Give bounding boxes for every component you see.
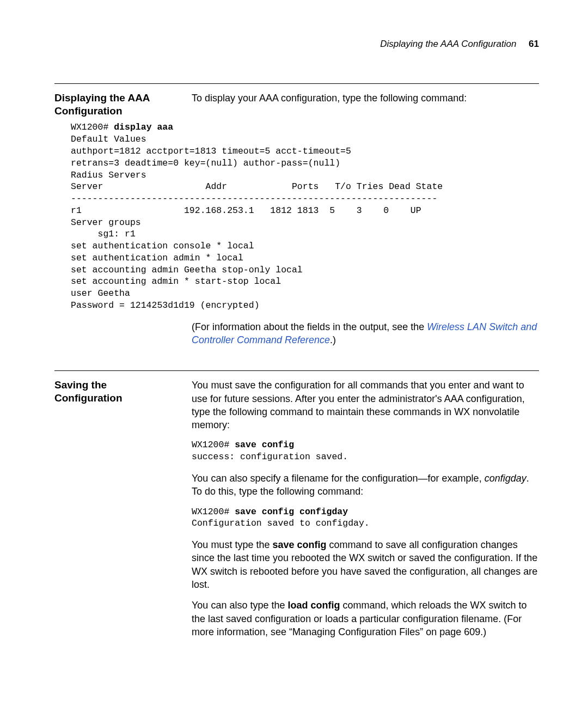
cli-prompt: WX1200#	[192, 440, 235, 450]
cli-command: display aaa	[114, 122, 173, 132]
section-displaying-aaa-note: (For information about the fields in the…	[54, 320, 539, 355]
cli-output: Default Values authport=1812 acctport=18…	[71, 134, 443, 311]
section-body: To display your AAA configuration, type …	[192, 92, 539, 112]
cli-output: success: configuration saved.	[192, 452, 348, 462]
note-post: .)	[330, 334, 336, 345]
page-number: 61	[529, 39, 539, 49]
cli-block-save-config: WX1200# save config success: configurati…	[192, 439, 539, 463]
bold-cmd: load config	[287, 600, 340, 611]
running-title: Displaying the AAA Configuration	[380, 39, 516, 49]
section-rule	[54, 83, 539, 84]
bold-cmd: save config	[272, 539, 326, 550]
para-save-intro: You must save the configuration for all …	[192, 379, 539, 431]
page: Displaying the AAA Configuration 61 Disp…	[0, 0, 588, 706]
section-displaying-aaa: Displaying the AAA Configuration To disp…	[54, 92, 539, 118]
para-load-config: You can also type the load config comman…	[192, 599, 539, 638]
running-header: Displaying the AAA Configuration 61	[54, 38, 539, 51]
cli-prompt: WX1200#	[71, 122, 114, 132]
section-rule	[54, 370, 539, 371]
section-heading: Displaying the AAA Configuration	[54, 92, 174, 118]
output-note: (For information about the fields in the…	[192, 320, 539, 347]
cli-output: Configuration saved to configday.	[192, 518, 370, 528]
section-body: You must save the configuration for all …	[192, 379, 539, 646]
cli-block-display-aaa: WX1200# display aaa Default Values authp…	[71, 121, 539, 311]
section-saving-config: Saving the Configuration You must save t…	[54, 379, 539, 646]
section-heading: Saving the Configuration	[54, 379, 174, 405]
note-body: (For information about the fields in the…	[192, 320, 539, 355]
text: You can also type the	[192, 600, 287, 611]
cli-command: save config	[235, 440, 294, 450]
cli-prompt: WX1200#	[192, 507, 235, 517]
intro-text: To display your AAA configuration, type …	[192, 92, 539, 105]
para-save-config-note: You must type the save config command to…	[192, 538, 539, 591]
filename-example: configday	[485, 473, 526, 484]
para-filename: You can also specify a filename for the …	[192, 472, 539, 498]
text: You can also specify a filename for the …	[192, 473, 485, 484]
note-pre: (For information about the fields in the…	[192, 321, 427, 332]
cli-command: save config configday	[235, 507, 348, 517]
text: You must type the	[192, 539, 272, 550]
cli-block-save-config-named: WX1200# save config configday Configurat…	[192, 506, 539, 530]
